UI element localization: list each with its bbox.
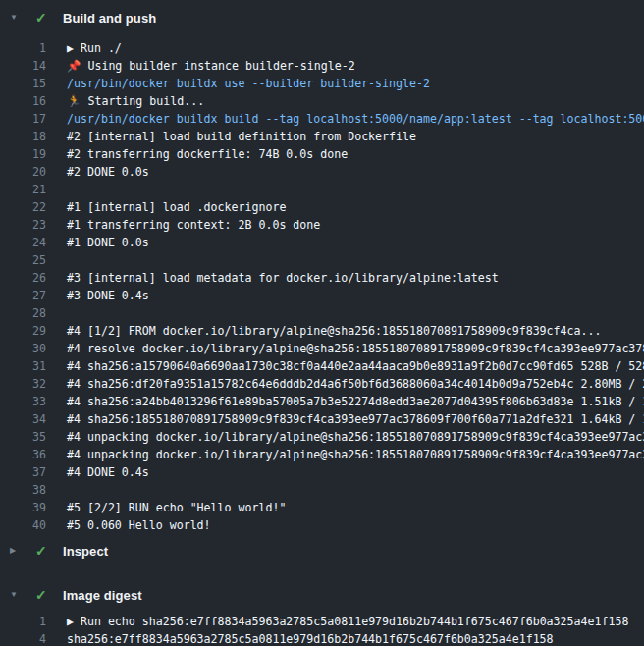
workflow-log-viewer: ▼ ✓ Build and push 1▶ Run ./14📌 Using bu… bbox=[0, 0, 644, 646]
log-output-text: #2 transferring dockerfile: 74B 0.0s don… bbox=[67, 147, 348, 161]
log-line: 30#4 resolve docker.io/library/alpine@sh… bbox=[0, 340, 644, 357]
log-output-text: #4 [1/2] FROM docker.io/library/alpine@s… bbox=[67, 324, 601, 338]
section-header-inspect[interactable]: ▶ ✓ Inspect bbox=[0, 541, 644, 561]
log-line: 15/usr/bin/docker buildx use --builder b… bbox=[0, 75, 644, 92]
section-header-build-and-push[interactable]: ▼ ✓ Build and push bbox=[0, 8, 644, 27]
log-output-text: #5 [2/2] RUN echo "Hello world!" bbox=[67, 501, 286, 514]
log-output-text: #1 [internal] load .dockerignore bbox=[67, 200, 286, 214]
expand-group-arrow-icon[interactable]: ▶ bbox=[67, 41, 80, 55]
log-line: 1▶ Run ./ bbox=[0, 39, 644, 57]
line-number[interactable]: 19 bbox=[0, 147, 46, 161]
log-command-text: /usr/bin/docker buildx use --builder bui… bbox=[67, 77, 430, 90]
line-number[interactable]: 35 bbox=[0, 430, 46, 444]
section-title: Image digest bbox=[63, 588, 142, 603]
log-lines: 1▶ Run echo sha256:e7ff8834a5963a2785c5a… bbox=[0, 613, 644, 646]
line-number[interactable]: 27 bbox=[0, 289, 46, 302]
line-number[interactable]: 39 bbox=[0, 501, 46, 514]
log-output-text: sha256:e7ff8834a5963a2785c5a0811e979d16b… bbox=[67, 632, 554, 646]
line-number[interactable]: 15 bbox=[0, 77, 46, 90]
log-line: 37#4 DONE 0.4s bbox=[0, 463, 644, 481]
log-line: 4sha256:e7ff8834a5963a2785c5a0811e979d16… bbox=[0, 630, 644, 646]
log-output-text: #4 DONE 0.4s bbox=[67, 465, 149, 479]
line-number[interactable]: 4 bbox=[0, 632, 46, 646]
log-output-text: #1 transferring context: 2B 0.0s done bbox=[67, 218, 320, 232]
log-line: 17/usr/bin/docker buildx build --tag loc… bbox=[0, 110, 644, 128]
log-line: 24#1 DONE 0.0s bbox=[0, 234, 644, 251]
section-header-image-digest[interactable]: ▼ ✓ Image digest bbox=[0, 585, 644, 605]
line-number[interactable]: 24 bbox=[0, 236, 46, 249]
line-number[interactable]: 17 bbox=[0, 112, 46, 126]
line-number[interactable]: 38 bbox=[0, 483, 46, 497]
line-number[interactable]: 30 bbox=[0, 342, 46, 355]
line-number[interactable]: 37 bbox=[0, 465, 46, 479]
log-line: 34#4 sha256:185518070891758909c9f839cf4c… bbox=[0, 410, 644, 428]
log-output-text: #4 sha256:185518070891758909c9f839cf4ca3… bbox=[67, 412, 644, 426]
section-image-digest: ▼ ✓ Image digest 1▶ Run echo sha256:e7ff… bbox=[0, 585, 644, 646]
line-number[interactable]: 20 bbox=[0, 165, 46, 179]
log-line: 39#5 [2/2] RUN echo "Hello world!" bbox=[0, 499, 644, 516]
line-number[interactable]: 21 bbox=[0, 183, 46, 196]
log-line: 1▶ Run echo sha256:e7ff8834a5963a2785c5a… bbox=[0, 613, 644, 630]
success-check-icon: ✓ bbox=[35, 585, 50, 605]
log-output-text: #1 DONE 0.0s bbox=[67, 236, 149, 249]
line-number[interactable]: 22 bbox=[0, 200, 46, 214]
log-line: 21 bbox=[0, 181, 644, 198]
log-line: 38 bbox=[0, 481, 644, 499]
log-output-text: ▶ Run ./ bbox=[67, 41, 122, 55]
log-line: 19#2 transferring dockerfile: 74B 0.0s d… bbox=[0, 145, 644, 163]
log-line: 32#4 sha256:df20fa9351a15782c64e6dddb2d4… bbox=[0, 375, 644, 393]
line-number[interactable]: 16 bbox=[0, 94, 46, 108]
log-line: 27#3 DONE 0.4s bbox=[0, 287, 644, 304]
line-number[interactable]: 32 bbox=[0, 377, 46, 391]
log-lines: 1▶ Run ./14📌 Using builder instance buil… bbox=[0, 39, 644, 534]
line-number[interactable]: 28 bbox=[0, 306, 46, 320]
log-output-text: #4 sha256:a24bb4013296f61e89ba57005a7b3e… bbox=[67, 395, 644, 408]
line-number[interactable]: 36 bbox=[0, 448, 46, 461]
log-output-text: #4 unpacking docker.io/library/alpine@sh… bbox=[67, 430, 644, 444]
log-line: 40#5 0.060 Hello world! bbox=[0, 516, 644, 534]
log-output-text: #3 [internal] load metadata for docker.i… bbox=[67, 271, 499, 285]
line-number[interactable]: 14 bbox=[0, 59, 46, 73]
log-output-text: #4 sha256:df20fa9351a15782c64e6dddb2d4a6… bbox=[67, 377, 644, 391]
line-number[interactable]: 29 bbox=[0, 324, 46, 338]
log-output-text: #4 resolve docker.io/library/alpine@sha2… bbox=[67, 342, 644, 355]
expand-group-arrow-icon[interactable]: ▶ bbox=[67, 615, 80, 628]
log-line: 18#2 [internal] load build definition fr… bbox=[0, 128, 644, 145]
section-title: Inspect bbox=[63, 544, 108, 559]
line-number[interactable]: 23 bbox=[0, 218, 46, 232]
chevron-right-icon[interactable]: ▶ bbox=[10, 541, 24, 561]
line-number[interactable]: 33 bbox=[0, 395, 46, 408]
log-line: 14📌 Using builder instance builder-singl… bbox=[0, 57, 644, 75]
log-output-text: #3 DONE 0.4s bbox=[67, 289, 149, 302]
line-number[interactable]: 40 bbox=[0, 518, 46, 532]
log-line: 16🏃 Starting build... bbox=[0, 92, 644, 110]
log-output-text: #2 DONE 0.0s bbox=[67, 165, 149, 179]
log-line: 35#4 unpacking docker.io/library/alpine@… bbox=[0, 428, 644, 446]
chevron-down-icon[interactable]: ▼ bbox=[10, 8, 24, 27]
log-output-text: 🏃 Starting build... bbox=[67, 94, 204, 108]
log-output-text: ▶ Run echo sha256:e7ff8834a5963a2785c5a0… bbox=[67, 615, 628, 628]
line-number[interactable]: 1 bbox=[0, 41, 46, 55]
line-number[interactable]: 18 bbox=[0, 130, 46, 143]
log-line: 31#4 sha256:a15790640a6690aa1730c38cf0a4… bbox=[0, 357, 644, 375]
log-output-text: #2 [internal] load build definition from… bbox=[67, 130, 416, 143]
line-number[interactable]: 26 bbox=[0, 271, 46, 285]
line-number[interactable]: 1 bbox=[0, 615, 46, 628]
log-output-text: #5 0.060 Hello world! bbox=[67, 518, 211, 532]
log-line: 28 bbox=[0, 304, 644, 322]
log-output-text: #4 unpacking docker.io/library/alpine@sh… bbox=[67, 448, 644, 461]
section-title: Build and push bbox=[63, 11, 156, 26]
log-line: 22#1 [internal] load .dockerignore bbox=[0, 198, 644, 216]
log-line: 25 bbox=[0, 251, 644, 269]
log-line: 23#1 transferring context: 2B 0.0s done bbox=[0, 216, 644, 234]
chevron-down-icon[interactable]: ▼ bbox=[10, 585, 24, 605]
line-number[interactable]: 34 bbox=[0, 412, 46, 426]
line-number[interactable]: 25 bbox=[0, 253, 46, 267]
log-line: 36#4 unpacking docker.io/library/alpine@… bbox=[0, 446, 644, 463]
line-number[interactable]: 31 bbox=[0, 359, 46, 373]
section-inspect: ▶ ✓ Inspect bbox=[0, 541, 644, 561]
log-line: 29#4 [1/2] FROM docker.io/library/alpine… bbox=[0, 322, 644, 340]
log-output-text: 📌 Using builder instance builder-single-… bbox=[67, 59, 355, 73]
success-check-icon: ✓ bbox=[35, 541, 50, 561]
section-build-and-push: ▼ ✓ Build and push 1▶ Run ./14📌 Using bu… bbox=[0, 8, 644, 534]
